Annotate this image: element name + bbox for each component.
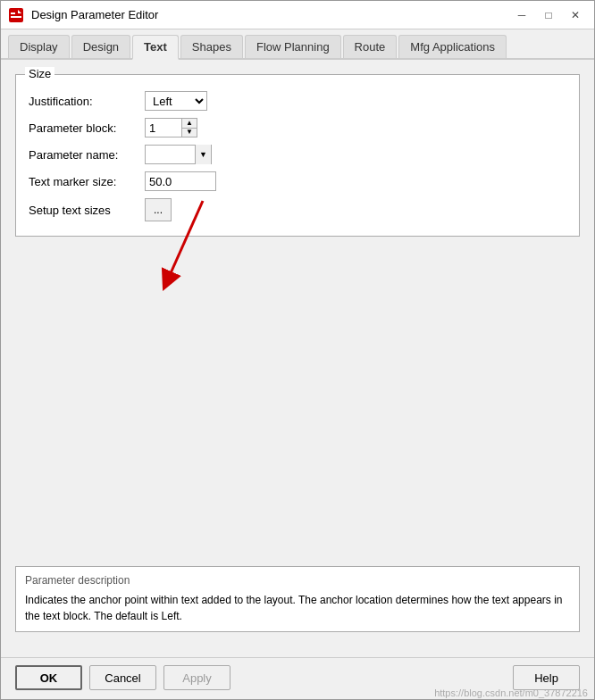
justification-label: Justification:	[29, 95, 145, 108]
parameter-name-dropdown-btn[interactable]: ▼	[195, 145, 211, 164]
parameter-block-up[interactable]: ▲	[182, 119, 197, 128]
main-window: Design Parameter Editor ─ □ ✕ Display De…	[0, 0, 595, 700]
parameter-block-input[interactable]	[146, 119, 181, 137]
svg-rect-2	[11, 16, 21, 18]
svg-rect-0	[9, 8, 23, 22]
arrow-area	[15, 246, 580, 442]
title-bar: Design Parameter Editor ─ □ ✕	[1, 1, 594, 29]
text-marker-size-label: Text marker size:	[29, 175, 145, 188]
tab-mfg-applications[interactable]: Mfg Applications	[398, 35, 507, 58]
tab-flow-planning[interactable]: Flow Planning	[245, 35, 341, 58]
parameter-name-input[interactable]	[146, 146, 195, 163]
cancel-button[interactable]: Cancel	[89, 665, 156, 690]
window-title: Design Parameter Editor	[31, 8, 158, 21]
svg-rect-1	[11, 12, 15, 14]
tab-route[interactable]: Route	[343, 35, 398, 58]
parameter-block-label: Parameter block:	[29, 121, 145, 135]
parameter-block-down[interactable]: ▼	[182, 128, 197, 137]
tab-text[interactable]: Text	[132, 35, 179, 60]
tab-content: Size Justification: Left Center Right Pa…	[1, 60, 594, 657]
size-group-box: Size Justification: Left Center Right Pa…	[15, 74, 580, 237]
parameter-block-control: ▲ ▼	[145, 118, 566, 138]
minimize-button[interactable]: ─	[510, 5, 533, 25]
ok-button[interactable]: OK	[15, 665, 82, 690]
text-marker-size-input[interactable]	[145, 171, 216, 191]
footer-left-buttons: OK Cancel Apply	[15, 665, 230, 690]
app-icon	[8, 7, 24, 23]
size-form: Justification: Left Center Right Paramet…	[29, 91, 566, 221]
tab-display[interactable]: Display	[8, 35, 70, 58]
parameter-name-label: Parameter name:	[29, 148, 145, 162]
url-bar: https://blog.csdn.net/m0_37872216	[434, 688, 588, 698]
setup-text-sizes-label: Setup text sizes	[29, 204, 145, 217]
tab-bar: Display Design Text Shapes Flow Planning…	[1, 29, 594, 60]
setup-text-sizes-button[interactable]: ...	[145, 198, 172, 221]
text-marker-size-control	[145, 171, 566, 191]
help-button[interactable]: Help	[513, 665, 580, 690]
apply-button[interactable]: Apply	[163, 665, 230, 690]
spacer	[15, 442, 580, 566]
tab-design[interactable]: Design	[71, 35, 130, 58]
parameter-name-dropdown: ▼	[145, 145, 212, 164]
description-box: Parameter description Indicates the anch…	[15, 566, 580, 632]
parameter-block-spinner: ▲ ▼	[145, 118, 197, 138]
size-group-title: Size	[25, 67, 54, 80]
tab-shapes[interactable]: Shapes	[180, 35, 243, 58]
description-title: Parameter description	[25, 574, 570, 587]
parameter-name-control: ▼	[145, 145, 566, 164]
justification-select[interactable]: Left Center Right	[145, 91, 207, 111]
close-button[interactable]: ✕	[564, 5, 587, 25]
maximize-button[interactable]: □	[537, 5, 560, 25]
setup-text-sizes-control: ...	[145, 198, 566, 221]
justification-control: Left Center Right	[145, 91, 566, 111]
description-text: Indicates the anchor point within text a…	[25, 592, 570, 624]
